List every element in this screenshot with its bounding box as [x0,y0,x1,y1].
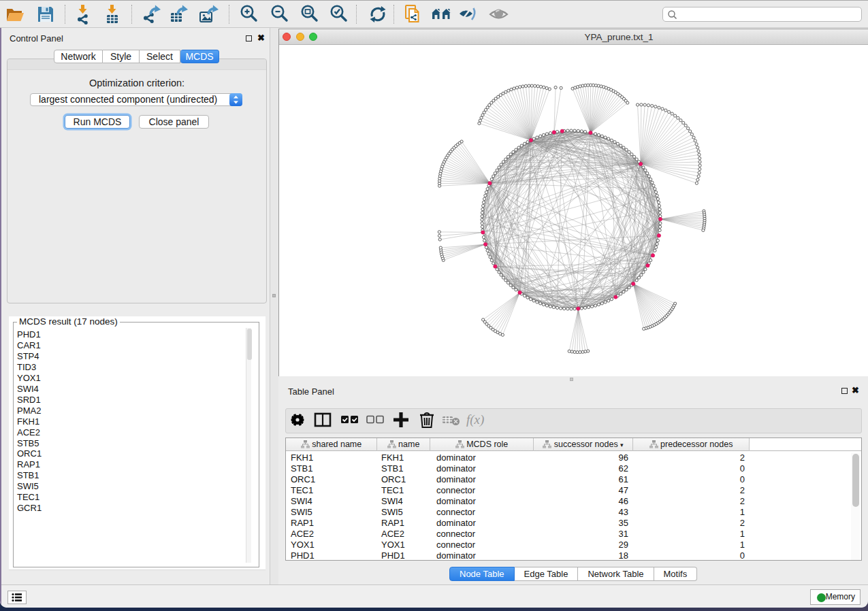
svg-text:f(x): f(x) [466,412,484,427]
